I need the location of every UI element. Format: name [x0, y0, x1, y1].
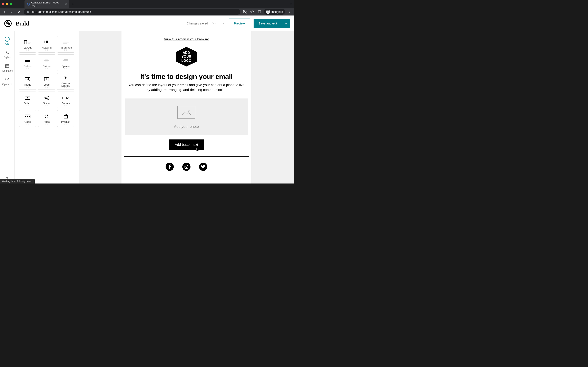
grip-icon: ⠿⠿ — [26, 105, 29, 107]
svg-text:Hi: Hi — [44, 40, 48, 44]
block-code[interactable]: Code ⠿⠿ — [19, 110, 36, 127]
grip-icon: ⠿⠿ — [45, 105, 48, 107]
svg-rect-57 — [45, 117, 46, 118]
facebook-icon[interactable] — [165, 163, 174, 171]
browser-menu-button[interactable] — [287, 9, 292, 15]
svg-point-63 — [186, 166, 187, 167]
canvas-divider[interactable] — [124, 156, 249, 157]
svg-rect-31 — [25, 60, 30, 62]
block-product[interactable]: Product ⠿⠿ — [57, 110, 74, 127]
view-in-browser-link[interactable]: View this email in your browser — [121, 38, 251, 41]
block-heading[interactable]: Hi Heading ⠿⠿ — [38, 36, 55, 53]
rail-label: Optimize — [2, 83, 12, 86]
incognito-badge[interactable]: Incognito — [264, 9, 285, 15]
image-icon — [25, 77, 30, 82]
save-status: Changes saved — [187, 22, 208, 25]
block-social[interactable]: Social ⠿⠿ — [38, 92, 55, 108]
block-apps[interactable]: Apps ⠿⠿ — [38, 110, 55, 127]
loading-spinner-icon — [27, 3, 30, 6]
block-divider[interactable]: Divider ⠿⠿ — [38, 54, 55, 71]
tab-dropdown-button[interactable] — [290, 3, 292, 6]
forward-button[interactable] — [9, 9, 15, 15]
rail-label: Templates — [2, 69, 13, 72]
svg-line-50 — [46, 98, 47, 99]
apps-icon — [44, 114, 49, 119]
block-button[interactable]: Button ⠿⠿ — [19, 54, 36, 71]
bag-icon — [63, 114, 68, 119]
save-dropdown-button[interactable] — [282, 19, 290, 28]
canvas-heading[interactable]: It's time to design your email — [126, 73, 247, 81]
grip-icon: ⠿⠿ — [26, 49, 29, 51]
redo-button[interactable] — [220, 21, 225, 26]
image-placeholder-icon — [177, 106, 195, 119]
block-label: Survey — [62, 102, 70, 105]
grip-icon: ⠿⠿ — [26, 86, 29, 88]
app-body: + Add Styles Templates Optimize — [0, 31, 294, 184]
photo-caption: Add your photo — [125, 125, 248, 129]
paint-icon — [5, 50, 9, 55]
eye-off-icon[interactable] — [242, 9, 248, 15]
photo-placeholder-block[interactable]: Add your photo — [125, 99, 248, 135]
block-paragraph[interactable]: Paragraph ⠿⠿ — [57, 36, 74, 53]
block-label: Logo — [44, 83, 50, 86]
app-root: Build Changes saved Preview Save and exi… — [0, 16, 294, 184]
block-layout[interactable]: Layout ⠿⠿ — [19, 36, 36, 53]
block-label: Layout — [24, 46, 32, 49]
block-spacer[interactable]: Spacer ⠿⠿ — [57, 54, 74, 71]
minimize-window-button[interactable] — [6, 3, 8, 5]
svg-point-43 — [67, 77, 67, 77]
block-video[interactable]: Video ⠿⠿ — [19, 92, 36, 108]
block-survey[interactable]: Survey ⠿⠿ — [57, 92, 74, 108]
email-canvas[interactable]: View this email in your browser ADD YOUR… — [121, 31, 251, 184]
side-panel-icon[interactable] — [257, 9, 262, 15]
rail-templates[interactable]: Templates — [0, 62, 14, 75]
rail-add[interactable]: + Add — [0, 35, 14, 48]
svg-text:A: A — [46, 78, 47, 81]
svg-line-49 — [46, 97, 47, 98]
block-label: Social — [43, 102, 50, 105]
gauge-icon — [5, 77, 9, 82]
close-window-button[interactable] — [2, 3, 4, 5]
grip-icon: ⠿⠿ — [64, 49, 67, 51]
block-grid: Layout ⠿⠿ Hi Heading ⠿⠿ Paragraph ⠿⠿ But… — [19, 36, 74, 127]
undo-button[interactable] — [212, 21, 217, 26]
canvas-paragraph[interactable]: You can define the layout of your email … — [126, 83, 246, 92]
save-and-exit-button[interactable]: Save and exit — [254, 19, 282, 28]
canvas-cta-button[interactable]: Add button text — [169, 140, 204, 150]
instagram-icon[interactable] — [182, 163, 190, 171]
svg-line-54 — [27, 115, 28, 117]
rail-optimize[interactable]: Optimize — [0, 75, 14, 89]
block-logo[interactable]: A Logo ⠿⠿ — [38, 73, 55, 90]
back-button[interactable] — [2, 9, 7, 15]
maximize-window-button[interactable] — [10, 3, 12, 5]
block-label: Button — [24, 65, 31, 68]
twitter-icon[interactable] — [199, 163, 207, 171]
mailchimp-logo[interactable] — [4, 20, 12, 27]
lock-icon — [26, 11, 29, 13]
preview-button[interactable]: Preview — [229, 18, 250, 28]
stop-button[interactable] — [16, 9, 22, 15]
grip-icon: ⠿⠿ — [64, 124, 67, 125]
svg-point-47 — [47, 96, 48, 97]
address-bar[interactable]: us21.admin.mailchimp.com/email/editor?id… — [24, 9, 240, 15]
close-tab-button[interactable]: ✕ — [65, 2, 67, 6]
block-image[interactable]: Image ⠿⠿ — [19, 73, 36, 90]
grip-icon: ⠿⠿ — [64, 68, 67, 70]
rail-label: Styles — [4, 56, 11, 59]
spacer-icon — [63, 58, 69, 63]
canvas-area[interactable]: View this email in your browser ADD YOUR… — [79, 31, 294, 184]
svg-rect-56 — [47, 115, 48, 116]
block-panel: Layout ⠿⠿ Hi Heading ⠿⠿ Paragraph ⠿⠿ But… — [15, 31, 79, 184]
rail-styles[interactable]: Styles — [0, 48, 14, 62]
block-creative-assistant[interactable]: Creative Assistant ⠿⠿ — [57, 73, 74, 90]
logo-placeholder[interactable]: ADD YOUR LOGO — [175, 47, 198, 67]
browser-tab[interactable]: Campaign Builder - Mood Joy | ✕ — [25, 0, 69, 8]
svg-point-10 — [289, 12, 290, 12]
grip-icon: ⠿⠿ — [64, 105, 67, 107]
bookmark-star-icon[interactable] — [249, 9, 255, 15]
svg-rect-59 — [64, 116, 68, 118]
block-label: Heading — [42, 46, 52, 49]
logo-icon: A — [44, 77, 49, 82]
url-text: us21.admin.mailchimp.com/email/editor?id… — [31, 10, 91, 13]
new-tab-button[interactable]: + — [72, 2, 74, 6]
